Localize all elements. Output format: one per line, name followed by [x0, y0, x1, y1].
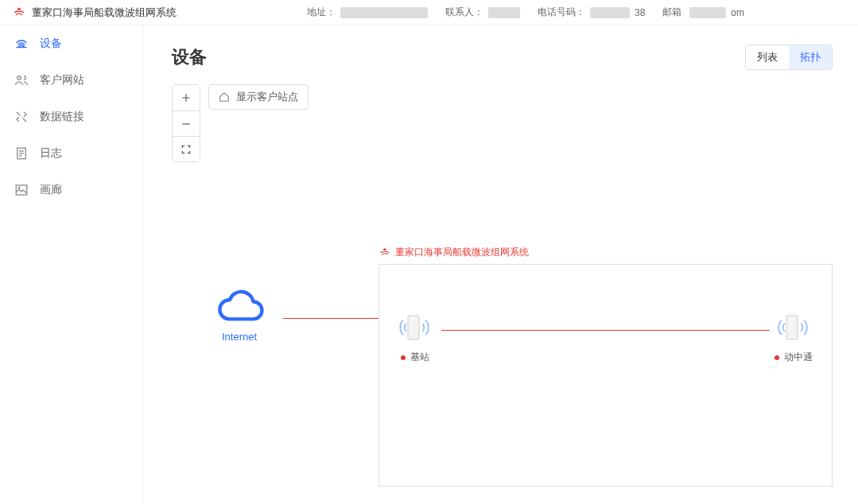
- sidebar: 设备 客户网站 数据链接 日志 画廊: [0, 25, 143, 504]
- phone-value-redacted: [590, 7, 630, 18]
- page-title: 设备: [172, 45, 207, 69]
- internet-label: Internet: [212, 331, 267, 343]
- view-toggle: 列表 拓扑: [745, 45, 833, 70]
- antenna-icon: [398, 312, 432, 344]
- status-dot-offline-icon: [775, 355, 779, 360]
- view-list-option[interactable]: 列表: [746, 45, 789, 69]
- svg-rect-1: [786, 316, 798, 339]
- link-line-cloud-to-box: [283, 318, 379, 319]
- topbar: 董家口海事局船载微波组网系统 地址： 联系人： 电话号码： 38 邮箱 om: [0, 0, 858, 25]
- zoom-in-button[interactable]: [173, 85, 200, 110]
- sidebar-item-devices[interactable]: 设备: [0, 25, 142, 62]
- show-client-site-label: 显示客户站点: [236, 90, 298, 104]
- device-node-base-station[interactable]: 基站: [398, 312, 432, 364]
- view-topology-option[interactable]: 拓扑: [789, 45, 832, 69]
- home-icon: [219, 91, 230, 103]
- email-value-redacted: [689, 7, 726, 18]
- antenna-icon: [777, 312, 810, 344]
- status-dot-offline-icon: [401, 355, 406, 360]
- link-icon: [14, 110, 29, 124]
- sidebar-item-label: 画廊: [40, 183, 62, 197]
- contact-label: 联系人：: [445, 6, 483, 19]
- device-node-motion-through[interactable]: 动中通: [775, 312, 813, 364]
- cloud-icon: [212, 288, 267, 326]
- device-label: 动中通: [784, 351, 813, 364]
- log-icon: [14, 146, 29, 161]
- sidebar-item-label: 数据链接: [40, 110, 84, 124]
- sidebar-item-gallery[interactable]: 画廊: [0, 172, 142, 208]
- zoom-out-button[interactable]: [173, 110, 200, 136]
- zoom-controls: [172, 84, 200, 162]
- sidebar-item-data-link[interactable]: 数据链接: [0, 99, 142, 135]
- image-icon: [14, 183, 29, 197]
- device-label: 基站: [410, 351, 429, 364]
- sidebar-item-client-site[interactable]: 客户网站: [0, 62, 142, 99]
- app-title: 董家口海事局船载微波组网系统: [32, 6, 177, 20]
- phone-value-suffix: 38: [635, 7, 645, 18]
- site-icon: [379, 247, 390, 258]
- email-label: 邮箱: [662, 6, 681, 19]
- app-logo-icon: [13, 6, 25, 19]
- topology-canvas[interactable]: Internet 董家口海事局船载微波组网系统: [172, 232, 833, 487]
- site-box: 董家口海事局船载微波组网系统 基站: [379, 264, 833, 487]
- link-line-between-devices: [441, 330, 770, 331]
- contact-value-redacted: [488, 7, 520, 18]
- address-label: 地址：: [307, 6, 336, 19]
- phone-label: 电话号码：: [538, 6, 585, 19]
- sidebar-item-label: 日志: [40, 146, 62, 161]
- sidebar-item-label: 客户网站: [40, 73, 84, 87]
- zoom-fit-button[interactable]: [173, 136, 200, 161]
- email-value-suffix: om: [731, 7, 744, 18]
- main-content: 设备 列表 拓扑 显示客户站: [143, 25, 858, 504]
- show-client-site-button[interactable]: 显示客户站点: [208, 84, 309, 110]
- device-icon: [14, 37, 29, 51]
- users-icon: [14, 73, 29, 87]
- site-box-title-text: 董家口海事局船载微波组网系统: [395, 246, 529, 259]
- site-box-title: 董家口海事局船载微波组网系统: [379, 246, 529, 259]
- sidebar-item-logs[interactable]: 日志: [0, 135, 142, 172]
- svg-rect-0: [408, 316, 419, 339]
- internet-cloud-node[interactable]: Internet: [212, 288, 267, 343]
- sidebar-item-label: 设备: [40, 37, 62, 51]
- address-value-redacted: [340, 7, 428, 18]
